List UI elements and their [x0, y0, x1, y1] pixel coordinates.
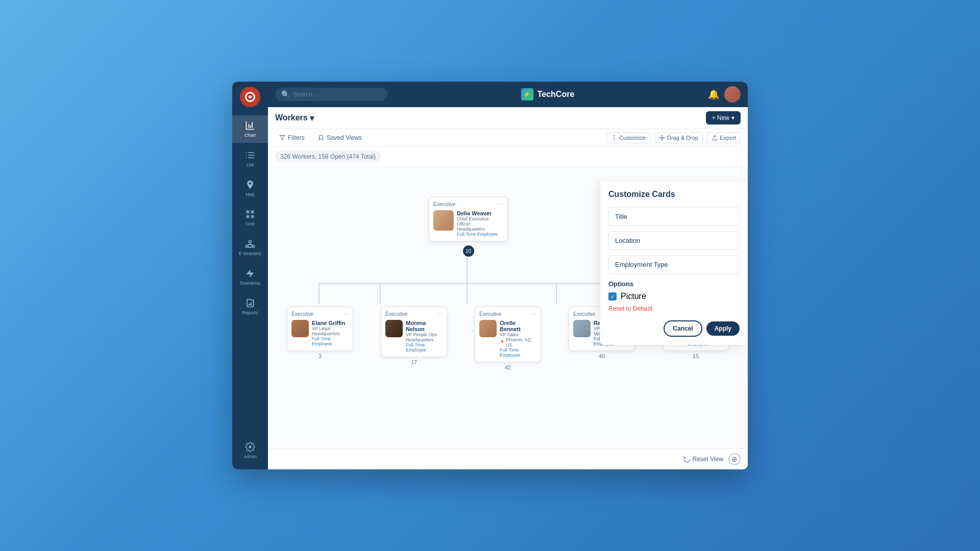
card4-role: Executive — [573, 311, 595, 317]
card3-menu[interactable]: ⋯ — [531, 311, 536, 317]
sidebar-reports-label: Reports — [242, 310, 258, 315]
org-card-wrapper-1: Executive ⋯ Elane Griffin VP Legal Headq… — [287, 307, 353, 370]
drag-drop-button[interactable]: Drag & Drop — [654, 132, 703, 143]
search-bar[interactable]: 🔍 — [275, 88, 387, 101]
move-icon[interactable]: ⊕ — [728, 453, 741, 465]
top-card-count: 10 — [463, 245, 474, 257]
filter-icon — [279, 135, 285, 141]
stats-text: 326 Workers, 158 Open (474 Total) — [275, 151, 381, 162]
customize-field-title[interactable]: Title — [608, 207, 740, 226]
org-card-elane[interactable]: Executive ⋯ Elane Griffin VP Legal Headq… — [287, 307, 353, 351]
sidebar-admin-label: Admin — [243, 454, 257, 459]
card2-avatar — [385, 320, 403, 337]
brand-icon: ⚡ — [521, 88, 533, 101]
export-button[interactable]: Export — [707, 132, 741, 143]
sidebar: Chart List Map Grid E Directory Scenario… — [232, 82, 268, 469]
reports-icon — [245, 298, 255, 308]
search-input[interactable] — [293, 91, 381, 98]
card2-name: Morena Nelson — [406, 320, 443, 332]
saved-views-button[interactable]: Saved Views — [314, 132, 366, 143]
search-icon: 🔍 — [281, 90, 290, 98]
workers-title[interactable]: Workers ▾ — [275, 113, 314, 123]
notification-icon[interactable]: 🔔 — [708, 89, 719, 100]
top-card-menu[interactable]: ⋯ — [498, 202, 503, 207]
sidebar-nav: Chart List Map Grid E Directory Scenario… — [232, 115, 268, 437]
app-logo[interactable] — [240, 87, 260, 107]
user-avatar[interactable] — [724, 86, 741, 103]
top-card-role: Executive — [433, 202, 455, 207]
org-card-morena[interactable]: Executive ⋯ Morena Nelson VP People Ops … — [381, 307, 447, 357]
options-label: Options — [608, 280, 740, 288]
card2-role: Executive — [385, 311, 407, 317]
grid-icon — [245, 209, 255, 219]
card3-title: VP Sales — [500, 332, 536, 337]
picture-checkbox[interactable] — [608, 292, 617, 300]
customize-field-employment-type[interactable]: Employment Type — [608, 255, 740, 274]
sidebar-directory-label: E Directory — [239, 251, 262, 256]
filters-button[interactable]: Filters — [275, 132, 309, 143]
card2-menu[interactable]: ⋯ — [437, 311, 443, 317]
top-card-avatar — [433, 210, 454, 231]
topbar-brand: ⚡ TechCore — [394, 88, 702, 101]
org-card-orelle[interactable]: Executive ⋯ Orelle Bennett VP Sales 📍Pho… — [475, 307, 541, 362]
topbar-actions: 🔔 — [708, 86, 741, 103]
reset-icon — [683, 456, 691, 463]
stats-bar: 326 Workers, 158 Open (474 Total) — [268, 147, 748, 166]
chart-icon — [245, 120, 255, 131]
directory-icon — [245, 239, 255, 249]
picture-label: Picture — [621, 292, 646, 301]
card2-count: 17 — [411, 359, 417, 365]
sidebar-item-grid[interactable]: Grid — [232, 204, 268, 232]
card2-title: VP People Ops — [406, 332, 443, 337]
customize-button[interactable]: Customize — [606, 132, 650, 143]
customize-icon — [611, 135, 617, 141]
card4-avatar — [573, 320, 591, 337]
scenarios-icon — [245, 268, 255, 279]
toolbar-row2: Filters Saved Views Customize Drag & Dro… — [268, 129, 748, 147]
org-card-wrapper-2: Executive ⋯ Morena Nelson VP People Ops … — [381, 307, 447, 370]
new-button[interactable]: + New ▾ — [706, 111, 741, 124]
apply-button[interactable]: Apply — [706, 321, 740, 336]
top-card-title: Chief Executive Officer — [457, 216, 503, 227]
card1-location: Headquarters — [312, 331, 349, 336]
sidebar-grid-label: Grid — [246, 221, 254, 227]
cancel-button[interactable]: Cancel — [664, 320, 702, 337]
sidebar-item-chart[interactable]: Chart — [232, 115, 268, 143]
reset-view-button[interactable]: Reset View — [683, 456, 723, 463]
card2-location: Headquarters — [406, 337, 443, 342]
sidebar-item-directory[interactable]: E Directory — [232, 234, 268, 261]
card1-title: VP Legal — [312, 326, 349, 331]
sidebar-item-list[interactable]: List — [232, 145, 268, 172]
sidebar-item-scenarios[interactable]: Scenarios — [232, 263, 268, 291]
picture-option: Picture — [608, 292, 740, 301]
brand-name: TechCore — [537, 90, 575, 99]
sidebar-item-admin[interactable]: Admin — [232, 437, 268, 464]
org-card-wrapper-3: Executive ⋯ Orelle Bennett VP Sales 📍Pho… — [475, 307, 541, 370]
card1-menu[interactable]: ⋯ — [344, 311, 349, 317]
toolbar-right: + New ▾ — [706, 111, 741, 124]
customize-field-location[interactable]: Location — [608, 231, 740, 250]
chart-area[interactable]: Executive ⋯ Delia Weaver Chief Executive… — [268, 166, 748, 448]
bottom-bar: Reset View ⊕ — [268, 448, 748, 469]
bookmark-icon — [318, 135, 324, 141]
org-card-top[interactable]: Executive ⋯ Delia Weaver Chief Executive… — [429, 197, 508, 241]
admin-icon — [245, 442, 255, 452]
sidebar-chart-label: Chart — [244, 133, 256, 138]
reset-to-default-link[interactable]: Reset to Default — [608, 305, 740, 312]
card1-avatar — [291, 320, 309, 337]
list-icon — [245, 150, 255, 160]
drag-icon — [659, 135, 665, 141]
org-top-node: Executive ⋯ Delia Weaver Chief Executive… — [429, 197, 508, 257]
toolbar-right2: Customize Drag & Drop Export — [606, 132, 741, 143]
topbar: 🔍 ⚡ TechCore 🔔 — [268, 82, 748, 107]
top-card-name: Delia Weaver — [457, 210, 503, 216]
card3-location: 📍Phoenix, AZ, US — [500, 337, 536, 347]
sidebar-item-map[interactable]: Map — [232, 174, 268, 202]
sidebar-item-reports[interactable]: Reports — [232, 293, 268, 320]
toolbar-left: Workers ▾ — [275, 113, 314, 123]
toolbar-row1: Workers ▾ + New ▾ — [268, 107, 748, 129]
card3-role: Executive — [479, 311, 501, 317]
card3-name: Orelle Bennett — [500, 320, 536, 332]
card1-role: Executive — [291, 311, 313, 317]
top-card-location: Headquarters — [457, 227, 503, 232]
